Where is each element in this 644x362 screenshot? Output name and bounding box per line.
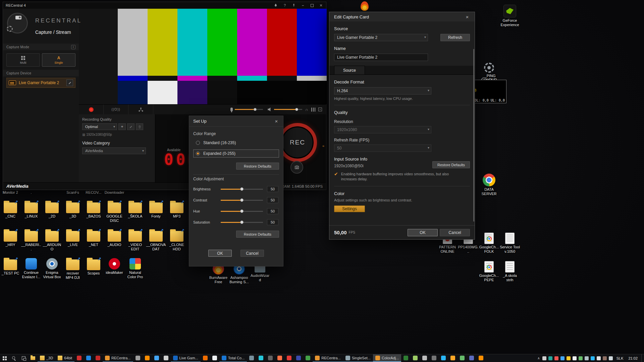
desktop-icon[interactable]: _LIVE [62, 228, 83, 247]
color-range-option[interactable]: Expanded (0-255) [193, 149, 279, 158]
info-icon[interactable] [71, 45, 75, 49]
slider-track[interactable] [221, 211, 263, 212]
refresh-button[interactable]: Refresh [440, 34, 470, 41]
taskbar-app[interactable] [439, 354, 448, 362]
name-input[interactable] [334, 54, 428, 61]
radio-icon[interactable] [196, 141, 200, 145]
desktop-icon[interactable]: _VIDEO EDIT [125, 228, 146, 251]
desktop-icon[interactable]: Fonty [146, 200, 166, 219]
close-icon[interactable] [465, 14, 470, 20]
scrollbar[interactable] [473, 49, 474, 222]
volume-handle[interactable] [295, 108, 298, 111]
taskbar-app[interactable] [84, 354, 93, 362]
volume-slider[interactable] [274, 109, 302, 110]
clock[interactable]: 21:02 [627, 356, 639, 360]
taskbar-app[interactable]: RECentra... [103, 354, 133, 362]
desktop-icon[interactable]: Enigma Virtual Box [42, 257, 62, 279]
file-explorer-button[interactable] [28, 354, 38, 362]
cancel-button[interactable]: Cancel [440, 229, 470, 236]
minimize-icon[interactable] [301, 3, 305, 8]
tray-icon[interactable] [542, 356, 546, 360]
maximize-icon[interactable] [310, 3, 314, 8]
close-icon[interactable] [319, 3, 323, 8]
restore-defaults-button[interactable]: Restore Defaults [236, 231, 279, 238]
desktop-icon[interactable]: _3D [62, 200, 83, 219]
ok-button[interactable]: OK [408, 229, 438, 236]
tray-icon[interactable] [567, 356, 571, 360]
record-tab[interactable] [79, 105, 104, 115]
taskbar-app[interactable] [74, 354, 84, 362]
desktop-icon[interactable]: Service Tool v.1050 [499, 232, 520, 253]
taskbar-app[interactable] [401, 354, 411, 362]
taskbar-app[interactable] [303, 354, 313, 362]
close-icon[interactable] [274, 118, 279, 124]
desktop-icon[interactable]: _TEST PC [0, 257, 21, 276]
taskbar-app[interactable] [152, 354, 161, 362]
delete-preset-button[interactable] [136, 123, 143, 130]
desktop-icon[interactable]: DATA SERVER HOME [479, 172, 499, 196]
desktop-icon[interactable]: _BAZOS [83, 200, 104, 219]
desktop-icon[interactable]: _A skola strih [499, 260, 520, 282]
taskbar-app[interactable] [476, 354, 486, 362]
desktop-icon[interactable]: GoogleCh... PEPE [479, 260, 499, 282]
desktop-icon[interactable]: ideaMaker [104, 257, 125, 275]
tray-icon[interactable] [591, 356, 595, 360]
taskbar-app[interactable] [133, 354, 143, 362]
desktop-icon[interactable]: GoogleCh... FOLK [479, 232, 499, 253]
color-range-option[interactable]: Standard (16-235) [193, 139, 279, 147]
taskbar-app[interactable]: 64bit [55, 354, 74, 362]
desktop-icon[interactable]: GOOGLE DISC [104, 200, 125, 223]
desktop-icon[interactable]: _NET [83, 228, 104, 247]
panel-expand-icon[interactable] [322, 144, 324, 148]
taskbar-app[interactable]: ColorAdj... [373, 354, 401, 362]
source-select[interactable]: Live Gamer Portable 2 [334, 34, 428, 41]
decode-format-select[interactable]: H.264 [334, 87, 431, 95]
tray-icon[interactable] [573, 356, 577, 360]
edit-device-button[interactable] [66, 79, 73, 86]
taskbar-app[interactable] [143, 354, 152, 362]
desktop-icon[interactable]: __ARDUINO [42, 228, 62, 251]
taskbar-app[interactable] [420, 354, 429, 362]
cancel-button[interactable]: Cancel [240, 250, 264, 257]
help-icon[interactable] [282, 3, 287, 8]
snapshot-button[interactable] [290, 161, 303, 174]
taskbar-app[interactable] [429, 354, 439, 362]
slider-track[interactable] [221, 222, 263, 223]
desktop-icon[interactable]: MP3 [166, 200, 187, 219]
start-button[interactable] [0, 354, 9, 362]
restore-defaults-button[interactable]: Restore Defaults [236, 163, 279, 170]
taskbar-app[interactable] [275, 354, 284, 362]
taskbar-app[interactable]: Total Co... [219, 354, 247, 362]
tray-icon[interactable] [597, 356, 601, 360]
rocket-icon[interactable] [273, 3, 278, 8]
slider-handle[interactable] [240, 209, 244, 213]
rec-button[interactable]: REC [278, 123, 317, 162]
tray-icon[interactable] [560, 356, 565, 360]
desktop-icon[interactable] [354, 0, 375, 11]
slider-handle[interactable] [240, 198, 244, 202]
desktop-icon[interactable]: Scopes [83, 257, 104, 276]
taskbar-app[interactable] [247, 354, 256, 362]
capture-device-item[interactable]: Live Gamer Portable 2 [6, 78, 75, 88]
taskbar-app[interactable] [201, 354, 210, 362]
desktop-icon[interactable]: _LINUX [21, 200, 42, 219]
taskbar-app[interactable] [448, 354, 458, 362]
tray-expand-icon[interactable] [537, 356, 540, 360]
desktop-icon[interactable]: _ŠKOLA [125, 200, 146, 219]
checkmark-icon[interactable] [334, 172, 338, 176]
taskbar-app[interactable]: _3D [38, 354, 55, 362]
taskbar-app[interactable] [458, 354, 467, 362]
taskbar-app[interactable] [256, 354, 266, 362]
quality-preset-select[interactable]: Optimal [82, 123, 117, 130]
volume-slider[interactable] [235, 109, 263, 110]
desktop-icon[interactable]: _CNC [0, 200, 21, 219]
headphone-icon[interactable] [305, 107, 308, 112]
video-category-select[interactable]: AVerMedia [82, 147, 146, 154]
restore-defaults-button[interactable]: Restore Defaults [432, 161, 470, 168]
add-preset-button[interactable]: + [118, 123, 126, 130]
desktop-icon[interactable]: _2D [42, 200, 62, 219]
capture-mode-button[interactable]: Single [42, 53, 75, 67]
taskbar-app[interactable]: RECentra... [313, 354, 343, 362]
tray-icon[interactable] [585, 356, 589, 360]
tray-icon[interactable] [579, 356, 583, 360]
